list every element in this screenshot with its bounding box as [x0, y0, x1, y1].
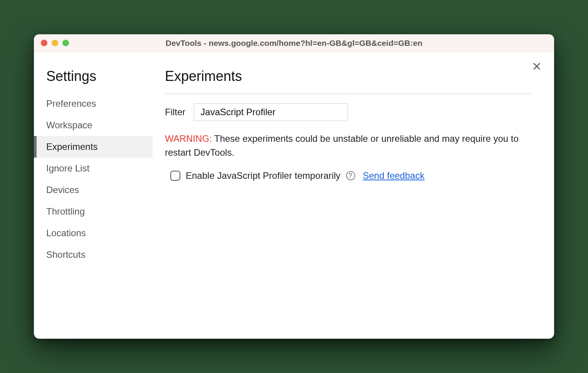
filter-input[interactable]	[194, 103, 348, 121]
sidebar-item-locations[interactable]: Locations	[34, 222, 153, 244]
sidebar-item-ignore-list[interactable]: Ignore List	[34, 158, 153, 179]
sidebar-title: Settings	[34, 68, 153, 93]
settings-sidebar: Settings Preferences Workspace Experimen…	[34, 52, 153, 339]
help-icon[interactable]: ?	[346, 171, 355, 180]
warning-label: WARNING:	[165, 133, 212, 144]
settings-main-panel: Experiments Filter WARNING: These experi…	[153, 52, 554, 339]
window-titlebar: DevTools - news.google.com/home?hl=en-GB…	[34, 34, 554, 52]
filter-label: Filter	[165, 107, 185, 118]
sidebar-item-shortcuts[interactable]: Shortcuts	[34, 244, 153, 265]
close-settings-button[interactable]	[531, 60, 543, 72]
close-icon	[532, 62, 541, 71]
warning-body: These experiments could be unstable or u…	[165, 133, 519, 158]
filter-row: Filter	[165, 103, 531, 121]
experiment-row: Enable JavaScript Profiler temporarily ?…	[165, 170, 531, 181]
warning-text: WARNING: These experiments could be unst…	[165, 132, 531, 160]
sidebar-item-preferences[interactable]: Preferences	[34, 93, 153, 114]
minimize-window-button[interactable]	[52, 40, 58, 46]
close-window-button[interactable]	[41, 40, 47, 46]
sidebar-item-throttling[interactable]: Throttling	[34, 201, 153, 222]
settings-content: Settings Preferences Workspace Experimen…	[34, 52, 554, 339]
traffic-lights	[41, 40, 69, 46]
panel-title: Experiments	[165, 68, 531, 94]
maximize-window-button[interactable]	[62, 40, 69, 46]
experiment-label: Enable JavaScript Profiler temporarily	[186, 170, 341, 181]
sidebar-item-devices[interactable]: Devices	[34, 179, 153, 201]
sidebar-item-experiments[interactable]: Experiments	[34, 136, 153, 158]
experiment-checkbox[interactable]	[170, 171, 180, 181]
devtools-settings-window: DevTools - news.google.com/home?hl=en-GB…	[34, 34, 554, 339]
window-title: DevTools - news.google.com/home?hl=en-GB…	[34, 39, 554, 48]
send-feedback-link[interactable]: Send feedback	[361, 170, 425, 181]
sidebar-item-workspace[interactable]: Workspace	[34, 114, 153, 136]
